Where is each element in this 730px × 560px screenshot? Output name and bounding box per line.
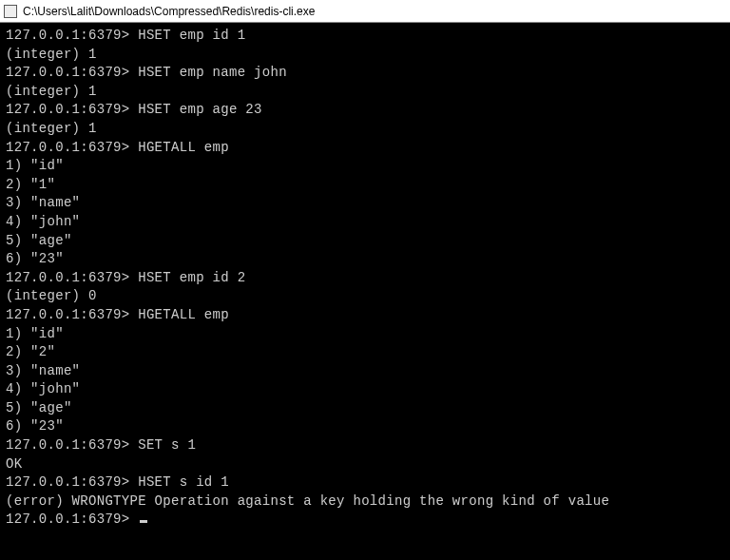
terminal-line: 4) "john" (6, 213, 724, 232)
terminal-line: (error) WRONGTYPE Operation against a ke… (6, 492, 724, 512)
terminal-line: 1) "id" (6, 157, 724, 176)
terminal-line: (integer) 1 (6, 120, 724, 139)
app-icon (4, 5, 17, 18)
terminal-line: 2) "2" (6, 343, 724, 362)
terminal-line: 127.0.0.1:6379> HGETALL emp (6, 306, 724, 325)
terminal-line: 4) "john" (6, 380, 724, 399)
terminal-prompt: 127.0.0.1:6379> (6, 512, 138, 527)
window-title: C:\Users\Lalit\Downloads\Compressed\Redi… (23, 5, 315, 18)
terminal-line: (integer) 0 (6, 287, 724, 306)
terminal-line: 127.0.0.1:6379> HSET s id 1 (6, 473, 724, 492)
terminal-line: 127.0.0.1:6379> HGETALL emp (6, 139, 724, 158)
terminal-prompt-line: 127.0.0.1:6379> (6, 511, 724, 530)
window-title-bar: C:\Users\Lalit\Downloads\Compressed\Redi… (0, 0, 730, 23)
terminal-line: 127.0.0.1:6379> SET s 1 (6, 436, 724, 455)
cursor-icon (140, 520, 147, 523)
terminal-line: 2) "1" (6, 176, 724, 195)
terminal-line: 127.0.0.1:6379> HSET emp id 2 (6, 269, 724, 288)
terminal-line: OK (6, 455, 724, 474)
terminal-line: 1) "id" (6, 325, 724, 344)
terminal-line: 3) "name" (6, 362, 724, 381)
terminal-line: (integer) 1 (6, 46, 724, 65)
terminal-line: 6) "23" (6, 250, 724, 269)
terminal-line: 5) "age" (6, 232, 724, 251)
terminal-line: 6) "23" (6, 417, 724, 436)
terminal-output[interactable]: 127.0.0.1:6379> HSET emp id 1 (integer) … (0, 23, 730, 533)
terminal-line: (integer) 1 (6, 83, 724, 102)
terminal-line: 127.0.0.1:6379> HSET emp id 1 (6, 27, 724, 46)
terminal-line: 5) "age" (6, 399, 724, 418)
terminal-line: 127.0.0.1:6379> HSET emp age 23 (6, 101, 724, 120)
terminal-line: 3) "name" (6, 194, 724, 213)
terminal-line: 127.0.0.1:6379> HSET emp name john (6, 64, 724, 83)
